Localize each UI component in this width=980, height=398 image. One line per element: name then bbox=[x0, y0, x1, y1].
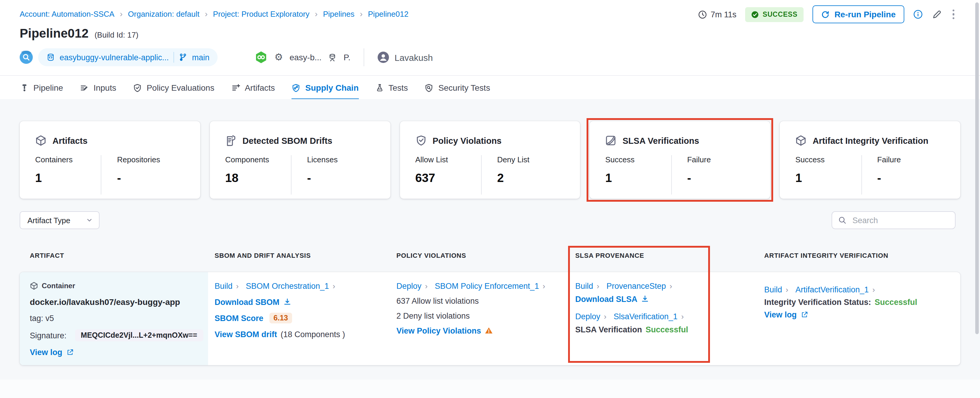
page-title: Pipeline012 bbox=[20, 26, 89, 41]
breadcrumb-organization[interactable]: Organization: default bbox=[128, 9, 213, 19]
pill-divider bbox=[173, 52, 174, 63]
edit-icon[interactable] bbox=[931, 9, 942, 19]
stat-value: 1 bbox=[605, 171, 671, 185]
stat-label: Success bbox=[605, 155, 671, 164]
execution-meta: easybuggy-vulnerable-applic... main ⚙ ea… bbox=[20, 48, 433, 67]
integrity-status-value: Successful bbox=[875, 297, 917, 307]
stat-value: - bbox=[307, 171, 375, 185]
stat-label: Components bbox=[225, 155, 291, 164]
card-artifact-integrity: Artifact Integrity Verification Success1… bbox=[780, 121, 960, 199]
view-log-link[interactable]: View log bbox=[764, 310, 797, 319]
search-input[interactable] bbox=[851, 215, 959, 225]
trigger-initial: P. bbox=[344, 53, 350, 62]
signature-label: Signature: bbox=[30, 331, 67, 340]
card-title: Artifacts bbox=[52, 136, 88, 145]
stat-value: 637 bbox=[415, 171, 481, 185]
step-link[interactable]: SlsaVerification_1 bbox=[614, 312, 687, 321]
view-policy-violations-link[interactable]: View Policy Violations bbox=[396, 326, 481, 335]
stage-link[interactable]: Deploy bbox=[396, 281, 431, 290]
download-icon bbox=[283, 298, 291, 306]
trigger-info: ⚙ easy-b... P. bbox=[255, 51, 350, 64]
repo-pill: easybuggy-vulnerable-applic... main bbox=[38, 48, 218, 66]
summary-cards: Artifacts Containers1 Repositories- Dete… bbox=[20, 121, 960, 199]
tab-label: Tests bbox=[388, 83, 408, 93]
external-link-icon bbox=[66, 348, 74, 356]
breadcrumb-current[interactable]: Pipeline012 bbox=[368, 9, 409, 18]
supply-chain-page: Account: Automation-SSCA Organization: d… bbox=[0, 0, 980, 398]
view-sbom-drift-link[interactable]: View SBOM drift bbox=[215, 330, 277, 339]
info-icon[interactable] bbox=[913, 10, 923, 19]
security-tests-icon bbox=[425, 83, 434, 92]
step-link[interactable]: SBOM Orchestration_1 bbox=[246, 281, 339, 290]
tab-tests[interactable]: Tests bbox=[375, 76, 408, 100]
clock-icon bbox=[698, 10, 707, 19]
user-name: Lavakush bbox=[395, 52, 433, 62]
step-link[interactable]: ArtifactVerification_1 bbox=[795, 285, 879, 294]
stat-value: - bbox=[687, 171, 755, 185]
rerun-pipeline-button[interactable]: Re-run Pipeline bbox=[813, 5, 904, 23]
artifact-column: Container docker.io/lavakush07/easy-bugg… bbox=[30, 280, 203, 363]
step-link[interactable]: ProvenanceStep bbox=[606, 281, 676, 290]
tab-policy-evaluations[interactable]: Policy Evaluations bbox=[133, 76, 214, 100]
artifact-type-label: Artifact Type bbox=[27, 216, 70, 225]
tab-artifacts[interactable]: Artifacts bbox=[231, 76, 275, 100]
tab-label: Policy Evaluations bbox=[146, 83, 214, 93]
card-title: Policy Violations bbox=[433, 136, 502, 145]
stat-value: 1 bbox=[35, 171, 101, 185]
trigger-service-name: easy-b... bbox=[290, 53, 321, 62]
tab-supply-chain[interactable]: Supply Chain bbox=[291, 76, 358, 100]
policy-evaluations-icon bbox=[133, 83, 142, 92]
artifacts-icon bbox=[231, 83, 240, 92]
rerun-icon bbox=[821, 10, 830, 19]
tab-label: Pipeline bbox=[33, 83, 63, 93]
more-options-icon[interactable] bbox=[950, 8, 956, 21]
sbom-column: Build SBOM Orchestration_1 Download SBOM… bbox=[215, 280, 345, 345]
gear-icon: ⚙ bbox=[275, 53, 283, 62]
tab-label: Inputs bbox=[94, 83, 116, 93]
stat-label: Containers bbox=[35, 155, 101, 164]
vertical-scrollbar[interactable] bbox=[975, 2, 979, 334]
tests-icon bbox=[375, 83, 383, 92]
tab-pipeline[interactable]: Pipeline bbox=[20, 76, 63, 100]
git-branch-icon bbox=[179, 53, 187, 61]
search-icon bbox=[838, 216, 846, 224]
stage-link[interactable]: Deploy bbox=[575, 312, 610, 321]
breadcrumb-project[interactable]: Project: Product Exploratory bbox=[213, 9, 323, 19]
status-text: SUCCESS bbox=[763, 11, 798, 18]
stage-link[interactable]: Build bbox=[575, 281, 603, 290]
stat-value: 18 bbox=[225, 171, 291, 185]
stat-label: Deny List bbox=[497, 155, 565, 164]
stage-link[interactable]: Build bbox=[215, 281, 242, 290]
repo-name-link[interactable]: easybuggy-vulnerable-applic... bbox=[60, 53, 169, 62]
card-sbom-drifts: Detected SBOM Drifts Components18 Licens… bbox=[210, 121, 390, 199]
step-link[interactable]: SBOM Policy Enforcement_1 bbox=[435, 281, 549, 290]
column-header-integrity: ARTIFACT INTEGRITY VERIFICATION bbox=[764, 252, 888, 259]
download-sbom-link[interactable]: Download SBOM bbox=[215, 297, 280, 307]
artifact-type-dropdown[interactable]: Artifact Type bbox=[20, 211, 100, 229]
header-actions: 7m 11s SUCCESS Re-run Pipeline bbox=[698, 5, 956, 23]
pipeline-icon bbox=[20, 83, 29, 92]
table-header: ARTIFACT SBOM AND DRIFT ANALYSIS POLICY … bbox=[20, 252, 960, 261]
view-log-link[interactable]: View log bbox=[30, 348, 62, 356]
sbom-score-link[interactable]: SBOM Score bbox=[215, 313, 264, 323]
download-slsa-link[interactable]: Download SLSA bbox=[575, 294, 638, 304]
artifact-tag: tag: v5 bbox=[30, 313, 54, 323]
column-header-sbom: SBOM AND DRIFT ANALYSIS bbox=[215, 252, 311, 259]
stage-link[interactable]: Build bbox=[764, 285, 792, 294]
signature-value: MEQCICde2Vjl...L+2+mqnOXw== bbox=[75, 329, 203, 341]
page-header: Account: Automation-SSCA Organization: d… bbox=[0, 0, 980, 99]
branch-name-link[interactable]: main bbox=[192, 53, 210, 62]
column-header-artifact: ARTIFACT bbox=[30, 252, 64, 259]
stat-value: - bbox=[117, 171, 185, 185]
container-cube-icon bbox=[30, 281, 38, 290]
column-header-policy: POLICY VIOLATIONS bbox=[396, 252, 466, 259]
integrity-column: Build ArtifactVerification_1 Integrity V… bbox=[764, 284, 917, 321]
stat-value: 1 bbox=[795, 171, 861, 185]
breadcrumb-account[interactable]: Account: Automation-SSCA bbox=[20, 9, 128, 19]
stat-label: Failure bbox=[877, 155, 945, 164]
tab-inputs[interactable]: Inputs bbox=[80, 76, 116, 100]
breadcrumb: Account: Automation-SSCA Organization: d… bbox=[20, 9, 408, 19]
warning-icon bbox=[485, 326, 493, 335]
breadcrumb-pipelines[interactable]: Pipelines bbox=[323, 9, 368, 19]
tab-security-tests[interactable]: Security Tests bbox=[425, 76, 490, 100]
